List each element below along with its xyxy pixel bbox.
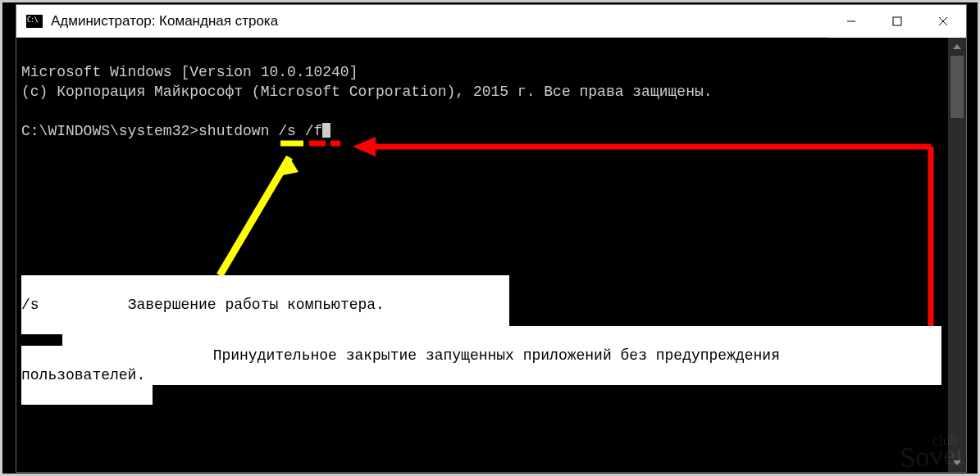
cmd-window: Администратор: Командная строка Microsof…	[16, 4, 967, 473]
annotation-f-desc1: Принудительное закрытие запущенных прило…	[213, 347, 780, 364]
minimize-button[interactable]	[828, 5, 874, 38]
console-text: Microsoft Windows [Version 10.0.10240] (…	[16, 38, 948, 472]
outer-frame: Администратор: Командная строка Microsof…	[0, 0, 980, 476]
annotation-s-flag: /s	[21, 297, 39, 313]
maximize-button[interactable]	[874, 5, 920, 38]
annotation-f-box-line1: /f Принудительное закрытие запущенных пр…	[62, 326, 941, 385]
svg-marker-12	[953, 460, 961, 465]
console-line-version: Microsoft Windows [Version 10.0.10240]	[21, 64, 358, 80]
annotation-overlay	[16, 38, 948, 472]
window-controls	[828, 5, 966, 38]
console-line-copyright: (c) Корпорация Майкрософт (Microsoft Cor…	[21, 84, 713, 100]
annotation-f-desc2: пользователей.	[21, 367, 145, 383]
svg-marker-7	[274, 157, 299, 177]
svg-rect-1	[893, 17, 901, 25]
annotation-f-box-line2: пользователей.	[21, 346, 153, 405]
scroll-up-button[interactable]	[948, 38, 966, 56]
scroll-thumb[interactable]	[950, 56, 964, 118]
console-prompt: C:\WINDOWS\system32>	[21, 123, 198, 139]
cursor-icon	[322, 123, 330, 138]
console-command: shutdown /s /f	[198, 123, 322, 139]
window-title: Администратор: Командная строка	[51, 13, 278, 29]
close-button[interactable]	[920, 5, 966, 38]
scroll-down-button[interactable]	[948, 454, 966, 472]
cmd-icon	[26, 15, 43, 28]
console-area[interactable]: Microsoft Windows [Version 10.0.10240] (…	[16, 38, 966, 472]
svg-line-6	[220, 157, 289, 275]
annotation-s-desc: Завершение работы компьютера.	[128, 297, 385, 313]
scrollbar[interactable]	[948, 38, 966, 472]
titlebar[interactable]: Администратор: Командная строка	[16, 5, 966, 38]
svg-marker-9	[353, 137, 376, 156]
svg-marker-11	[953, 44, 961, 49]
